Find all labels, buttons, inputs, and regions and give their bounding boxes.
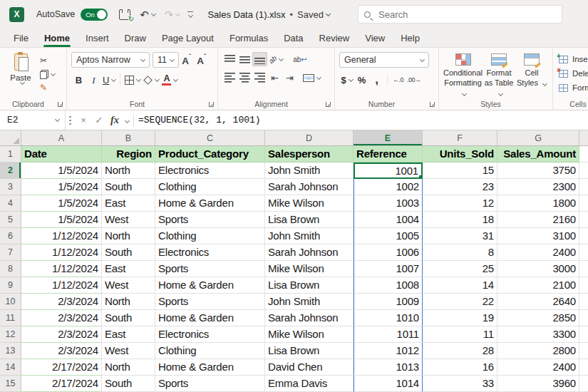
search-input[interactable] bbox=[377, 9, 556, 21]
row-header-9[interactable]: 9 bbox=[0, 277, 21, 294]
tab-formulas[interactable]: Formulas bbox=[222, 30, 276, 46]
wrap-text-button[interactable]: ab↩ bbox=[292, 52, 309, 66]
cell-B12[interactable]: East bbox=[102, 326, 155, 343]
cell-C14[interactable]: Home & Garden bbox=[155, 359, 265, 376]
cell-C2[interactable]: Electronics bbox=[155, 163, 265, 179]
bold-button[interactable]: B bbox=[71, 73, 86, 87]
decrease-decimal-button[interactable]: .00→ bbox=[406, 73, 423, 87]
tab-draw[interactable]: Draw bbox=[117, 30, 154, 46]
cell-A1[interactable]: Date bbox=[21, 146, 102, 163]
cell-G12[interactable]: 3300 bbox=[497, 326, 579, 343]
row-header-15[interactable]: 15 bbox=[0, 376, 21, 392]
cell-A15[interactable]: 2/17/2024 bbox=[21, 376, 102, 392]
redo-button[interactable]: ↷ bbox=[165, 9, 180, 20]
cell-F10[interactable]: 22 bbox=[423, 294, 497, 310]
cut-button[interactable]: ✂ bbox=[40, 55, 55, 66]
row-header-14[interactable]: 14 bbox=[0, 359, 21, 376]
cell-E8[interactable]: 1007 bbox=[354, 261, 423, 277]
decrease-font-size-button[interactable]: Aˇ bbox=[194, 53, 209, 67]
cell-F15[interactable]: 33 bbox=[423, 376, 497, 392]
cell-G4[interactable]: 1800 bbox=[497, 195, 579, 212]
tab-data[interactable]: Data bbox=[276, 30, 311, 46]
cell-A8[interactable]: 1/12/2024 bbox=[21, 261, 102, 277]
cell-G15[interactable]: 3960 bbox=[497, 376, 579, 392]
cell-styles-button[interactable]: Cell Styles bbox=[515, 53, 548, 98]
cell-B8[interactable]: East bbox=[102, 261, 155, 277]
cell-A3[interactable]: 1/5/2024 bbox=[21, 179, 102, 195]
drag-handle-icon[interactable] bbox=[69, 116, 71, 125]
cell-B1[interactable]: Region bbox=[102, 146, 155, 163]
align-right-button[interactable] bbox=[252, 71, 267, 85]
cell[interactable] bbox=[579, 376, 588, 392]
row-header-6[interactable]: 6 bbox=[0, 228, 21, 244]
cell-B14[interactable]: North bbox=[102, 359, 155, 376]
increase-indent-button[interactable]: ⇥ bbox=[282, 71, 297, 85]
cell-F3[interactable]: 23 bbox=[423, 179, 497, 195]
cell-B7[interactable]: South bbox=[102, 244, 155, 261]
tab-review[interactable]: Review bbox=[311, 30, 358, 46]
cell[interactable] bbox=[579, 146, 588, 163]
cell-C11[interactable]: Home & Garden bbox=[155, 310, 265, 326]
accounting-format-button[interactable]: $ bbox=[339, 73, 354, 87]
cell-E6[interactable]: 1005 bbox=[354, 228, 423, 244]
tab-view[interactable]: View bbox=[357, 30, 393, 46]
tab-insert[interactable]: Insert bbox=[78, 30, 117, 46]
cell-B10[interactable]: North bbox=[102, 294, 155, 310]
cell-G9[interactable]: 2100 bbox=[497, 277, 579, 294]
cell-D12[interactable]: Mike Wilson bbox=[265, 326, 354, 343]
row-header-10[interactable]: 10 bbox=[0, 294, 21, 310]
increase-font-size-button[interactable]: Aˆ bbox=[179, 53, 194, 67]
insert-cells-button[interactable]: Insert bbox=[559, 52, 588, 66]
row-header-7[interactable]: 7 bbox=[0, 244, 21, 261]
cell-F13[interactable]: 28 bbox=[423, 343, 497, 359]
borders-button[interactable] bbox=[123, 73, 142, 87]
cell-D3[interactable]: Sarah Johnson bbox=[265, 179, 354, 195]
align-left-button[interactable] bbox=[222, 71, 237, 85]
decrease-indent-button[interactable]: ⇤ bbox=[267, 71, 282, 85]
align-bottom-button[interactable] bbox=[252, 52, 267, 66]
dialog-launcher-icon[interactable] bbox=[209, 102, 214, 107]
paste-button[interactable]: Paste bbox=[4, 52, 37, 98]
copy-button[interactable] bbox=[40, 68, 55, 80]
cell[interactable] bbox=[579, 244, 588, 261]
cell-A2[interactable]: 1/5/2024 bbox=[21, 163, 102, 179]
format-painter-button[interactable]: ✎ bbox=[40, 82, 55, 93]
cell[interactable] bbox=[579, 294, 588, 310]
font-color-button[interactable]: A bbox=[160, 73, 179, 87]
cell-B13[interactable]: West bbox=[102, 343, 155, 359]
cell[interactable] bbox=[579, 310, 588, 326]
document-title[interactable]: Sales Data (1).xlsx • Saved bbox=[207, 9, 330, 20]
dialog-launcher-icon[interactable] bbox=[326, 102, 331, 107]
cell-A13[interactable]: 2/3/2024 bbox=[21, 343, 102, 359]
cell[interactable] bbox=[579, 261, 588, 277]
percent-style-button[interactable]: % bbox=[354, 73, 369, 87]
cell-E10[interactable]: 1009 bbox=[354, 294, 423, 310]
cancel-button[interactable]: × bbox=[76, 110, 91, 130]
cell-E13[interactable]: 1012 bbox=[354, 343, 423, 359]
cell-A11[interactable]: 2/3/2024 bbox=[21, 310, 102, 326]
row-header-1[interactable]: 1 bbox=[0, 146, 21, 163]
column-header-c[interactable]: C bbox=[155, 130, 265, 146]
dialog-launcher-icon[interactable] bbox=[430, 102, 435, 107]
cell-E1[interactable]: Reference bbox=[354, 146, 423, 163]
cell-D6[interactable]: John Smith bbox=[265, 228, 354, 244]
cell-G6[interactable]: 3100 bbox=[497, 228, 579, 244]
cell-C6[interactable]: Clothing bbox=[155, 228, 265, 244]
cell-F2[interactable]: 15 bbox=[423, 163, 497, 179]
cell-E4[interactable]: 1003 bbox=[354, 195, 423, 212]
cell-C10[interactable]: Sports bbox=[155, 294, 265, 310]
cell-C9[interactable]: Home & Garden bbox=[155, 277, 265, 294]
cell-G2[interactable]: 3750 bbox=[497, 163, 579, 179]
cell-G11[interactable]: 2850 bbox=[497, 310, 579, 326]
cell[interactable] bbox=[579, 195, 588, 212]
cell-C12[interactable]: Electronics bbox=[155, 326, 265, 343]
cell-G7[interactable]: 2400 bbox=[497, 244, 579, 261]
undo-button[interactable]: ↶ bbox=[140, 9, 155, 20]
row-header-8[interactable]: 8 bbox=[0, 261, 21, 277]
cell[interactable] bbox=[579, 343, 588, 359]
row-header-3[interactable]: 3 bbox=[0, 179, 21, 195]
row-header-2[interactable]: 2 bbox=[0, 163, 21, 179]
cell-F4[interactable]: 12 bbox=[423, 195, 497, 212]
cell-G14[interactable]: 2400 bbox=[497, 359, 579, 376]
cell-G5[interactable]: 2160 bbox=[497, 212, 579, 228]
